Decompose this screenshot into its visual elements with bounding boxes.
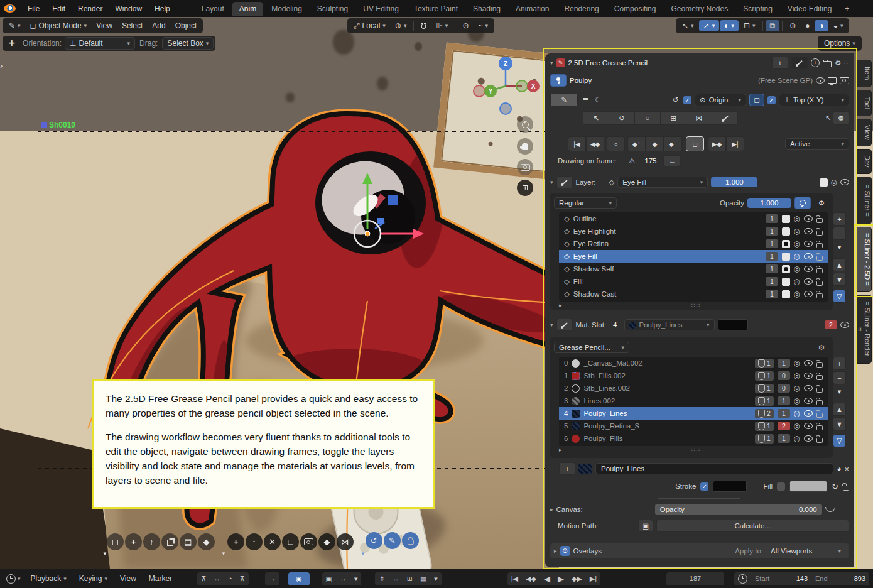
layer-filter-button[interactable]: ⚙ bbox=[814, 197, 829, 209]
auto-keying-button[interactable]: ◉ bbox=[288, 572, 310, 585]
layer-add-button[interactable]: + bbox=[833, 212, 846, 226]
use-preview-range-button[interactable] bbox=[734, 572, 751, 585]
layer-row[interactable]: ◇Fill1◎ bbox=[559, 275, 828, 288]
tool-angle-button[interactable]: ∟ bbox=[282, 533, 299, 550]
material-move-up-button[interactable]: ▲ bbox=[833, 403, 846, 416]
unlock-icon[interactable] bbox=[816, 400, 823, 405]
material-row[interactable]: 5Poulpy_Retina_S12◎ bbox=[559, 420, 828, 432]
mode-dropdown[interactable]: ◻Object Mode▾ bbox=[26, 20, 92, 31]
material-row[interactable]: 1Stb_Fills.00210◎ bbox=[559, 369, 828, 382]
list-resize-grip[interactable]: ∷∷ bbox=[691, 302, 701, 308]
unlock-icon[interactable] bbox=[816, 388, 823, 393]
plane-checkbox[interactable]: ✓ bbox=[767, 96, 776, 104]
menu-add[interactable]: Add bbox=[148, 20, 170, 31]
onion-skin-icon[interactable]: ◎ bbox=[794, 359, 800, 368]
sidebar-tab-sliner-25d[interactable]: = SLiner - 2.5D = bbox=[856, 227, 872, 292]
layer-value-slider[interactable]: 1.000 bbox=[711, 177, 757, 187]
blank-frame-button[interactable]: ◻ bbox=[686, 136, 704, 151]
blender-logo[interactable] bbox=[4, 4, 16, 13]
view-menu[interactable]: View bbox=[115, 572, 141, 585]
tool-gp-interpolate-button[interactable]: ↺ bbox=[366, 532, 382, 549]
eye-icon[interactable] bbox=[804, 435, 813, 442]
range-lock-button[interactable]: ↔ bbox=[389, 572, 403, 585]
eye-icon[interactable] bbox=[804, 241, 813, 247]
tool-camera-button[interactable] bbox=[300, 533, 317, 550]
tool-circle-button[interactable]: ○ bbox=[634, 111, 660, 125]
eye-icon[interactable] bbox=[840, 322, 849, 328]
pan-hand-button[interactable] bbox=[517, 138, 533, 155]
sidebar-tab-item[interactable]: Item bbox=[856, 60, 872, 87]
unlink-button[interactable]: × bbox=[844, 464, 849, 474]
jump-marker-button[interactable]: ⊼ bbox=[236, 572, 249, 585]
material-tools-button[interactable]: ⚙ bbox=[814, 342, 829, 353]
stroke-color-swatch[interactable] bbox=[718, 319, 748, 330]
layer-eyedropper-button[interactable] bbox=[556, 176, 573, 188]
sidebar-tab-view[interactable]: View bbox=[856, 119, 872, 146]
frame-circle-button[interactable]: ○ bbox=[607, 136, 625, 151]
list-expand-arrow[interactable]: ▸ bbox=[559, 447, 562, 453]
add-button[interactable]: + bbox=[772, 57, 788, 69]
workspace-tab-shading[interactable]: Shading bbox=[466, 2, 507, 16]
material-add-button[interactable]: + bbox=[833, 357, 846, 370]
material-row[interactable]: 6Poulpy_Fills11◎ bbox=[559, 432, 828, 445]
render-pass-button[interactable]: ⧉ bbox=[766, 20, 780, 31]
sidebar-tab-tool[interactable]: Tool bbox=[856, 90, 872, 116]
orientation-dropdown[interactable]: ⊥Default▾ bbox=[65, 37, 135, 50]
toolbar-group-expand[interactable]: ▼ bbox=[102, 551, 107, 557]
onion-skin-icon[interactable]: ◎ bbox=[794, 239, 800, 248]
unlock-icon[interactable] bbox=[816, 413, 823, 418]
play-reverse-button[interactable]: ◀ bbox=[540, 572, 554, 585]
guide-icon[interactable]: ↺ bbox=[671, 95, 680, 104]
unlock-icon[interactable] bbox=[816, 256, 823, 261]
toolbar-group-expand[interactable]: ▼ bbox=[221, 551, 226, 557]
material-row[interactable]: 3Lines.00211◎ bbox=[559, 395, 828, 407]
tool-raise-button[interactable]: ↑ bbox=[143, 533, 160, 550]
tool-mirror-button[interactable]: ⋈ bbox=[337, 533, 354, 550]
eye-icon[interactable] bbox=[816, 77, 825, 84]
marker-menu[interactable]: Marker bbox=[144, 572, 177, 585]
transform-orientation-dropdown[interactable]: ⤢Local▾ bbox=[349, 20, 390, 31]
onion-skin-icon[interactable]: ◎ bbox=[794, 252, 800, 261]
jump-first-frame-button[interactable]: |◀ bbox=[568, 136, 586, 151]
onion-skin-icon[interactable]: ◎ bbox=[794, 384, 800, 393]
layer-specials-button[interactable]: ▾ bbox=[833, 241, 846, 253]
onion-skin-icon[interactable]: ◎ bbox=[794, 227, 800, 236]
unlock-icon[interactable] bbox=[816, 425, 823, 430]
list-expand-arrow[interactable]: ▸ bbox=[559, 302, 562, 308]
play-button[interactable]: ▶ bbox=[554, 572, 568, 585]
onion-skin-icon[interactable]: ◎ bbox=[794, 290, 800, 298]
chevron-down-icon[interactable]: ▾ bbox=[350, 572, 362, 585]
calculate-button[interactable]: Calculate... bbox=[656, 520, 849, 532]
panel-grip[interactable]: ∷ bbox=[844, 60, 849, 66]
keyframe-button[interactable]: ◆ bbox=[646, 136, 664, 151]
layer-swatch[interactable] bbox=[782, 240, 790, 248]
layer-row[interactable]: ◇Eye Retina1◎ bbox=[559, 237, 828, 250]
curves-icon[interactable]: ☾ bbox=[594, 95, 603, 104]
sidebar-tab-sliner-render[interactable]: = SLiner - Render = bbox=[856, 295, 872, 364]
material-row[interactable]: 2Stb_Lines.00210◎ bbox=[559, 382, 828, 395]
tool-select-button[interactable]: ↖ bbox=[583, 111, 609, 125]
fill-checkbox[interactable] bbox=[777, 482, 785, 491]
workspace-tab-sculpting[interactable]: Sculpting bbox=[310, 2, 355, 16]
eye-icon[interactable] bbox=[804, 398, 813, 404]
layer-swatch[interactable] bbox=[782, 215, 790, 223]
menu-file[interactable]: File bbox=[22, 3, 45, 15]
layer-row-selected[interactable]: ◇Eye Fill1◎ bbox=[559, 250, 828, 263]
material-slot-dropdown[interactable]: Poulpy_Lines▾ bbox=[624, 319, 715, 330]
motion-path-frame-button[interactable]: ▣ bbox=[638, 520, 653, 532]
workspace-tab-layout[interactable]: Layout bbox=[195, 2, 231, 16]
workspace-tab-compositing[interactable]: Compositing bbox=[607, 2, 663, 16]
editor-type-button[interactable]: ✎▾ bbox=[4, 20, 25, 31]
options-dropdown[interactable]: Options▾ bbox=[820, 38, 860, 49]
stroke-color-swatch[interactable] bbox=[713, 481, 747, 492]
layout-button[interactable]: ▦ bbox=[416, 572, 430, 585]
playhead-snap-button[interactable]: → bbox=[265, 572, 279, 585]
material-eyedropper-button[interactable] bbox=[556, 318, 573, 331]
next-keyframe-button[interactable]: ◆▶ bbox=[568, 572, 586, 585]
lights-toggle-button[interactable] bbox=[794, 197, 811, 209]
jump-to-end-button[interactable]: ▶| bbox=[586, 572, 600, 585]
eye-icon[interactable] bbox=[804, 385, 813, 391]
menu-edit[interactable]: Edit bbox=[46, 3, 71, 15]
menu-view[interactable]: View bbox=[92, 20, 117, 31]
eye-icon[interactable] bbox=[804, 410, 813, 416]
